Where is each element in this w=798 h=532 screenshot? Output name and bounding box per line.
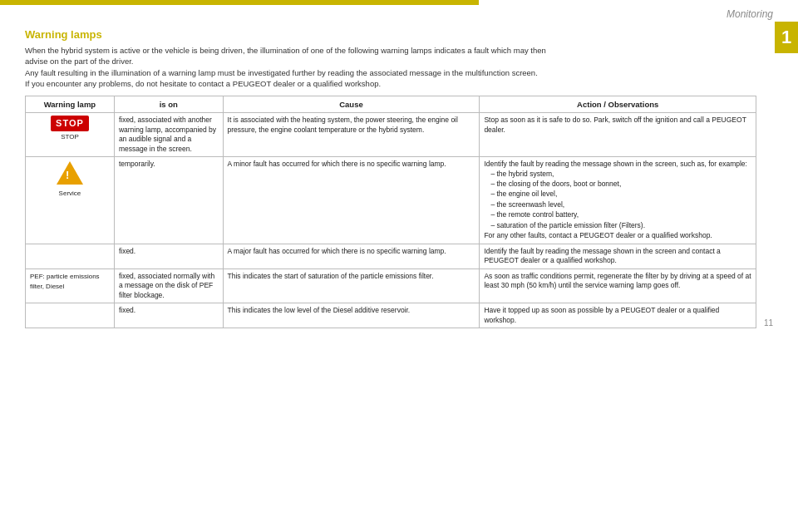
ison-cell-1: temporarily. (114, 157, 223, 244)
cause-cell-4: This indicates the low level of the Dies… (223, 303, 480, 328)
ison-cell-0: fixed, associated with another warning l… (114, 113, 223, 157)
cause-cell-2: A major fault has occurred for which the… (223, 244, 480, 268)
table-row: PEF: particle emissions filter, Diesel f… (26, 268, 756, 303)
col-header-cause: Cause (223, 96, 480, 113)
lamp-name-stop: STOP (30, 133, 110, 142)
action-cell-2: Identify the fault by reading the messag… (480, 244, 756, 268)
cause-cell-3: This indicates the start of saturation o… (223, 268, 480, 303)
table-row: fixed. A major fault has occurred for wh… (26, 244, 756, 268)
lamp-name-pef: PEF: particle emissions filter, Diesel (30, 273, 100, 290)
page-header: Monitoring (0, 5, 798, 22)
section-title: Warning lamps (25, 28, 756, 41)
ison-cell-3: fixed, associated normally with a messag… (114, 268, 223, 303)
action-cell-1: Identify the fault by reading the messag… (480, 157, 756, 244)
action-cell-4: Have it topped up as soon as possible by… (480, 303, 756, 328)
page-number: 11 (764, 318, 773, 328)
cause-cell-0: It is associated with the heating system… (223, 113, 480, 157)
intro-paragraph: When the hybrid system is active or the … (25, 45, 756, 89)
ison-cell-2: fixed. (114, 244, 223, 268)
action-cell-3: As soon as traffic conditions permit, re… (480, 268, 756, 303)
main-content: Warning lamps When the hybrid system is … (0, 22, 798, 332)
ison-cell-4: fixed. (114, 303, 223, 328)
table-row: STOP STOP fixed, associated with another… (26, 113, 756, 157)
col-header-warning: Warning lamp (26, 96, 115, 113)
table-row: Service temporarily. A minor fault has o… (26, 157, 756, 244)
header-title: Monitoring (727, 8, 773, 20)
table-row: fixed. This indicates the low level of t… (26, 303, 756, 328)
col-header-action: Action / Observations (480, 96, 756, 113)
stop-badge: STOP (51, 116, 89, 131)
cause-cell-1: A minor fault has occurred for which the… (223, 157, 480, 244)
lamp-cell-empty-1 (26, 244, 115, 268)
lamp-cell-stop: STOP STOP (26, 113, 115, 157)
lamp-cell-empty-2 (26, 303, 115, 328)
action-list-service: the hybrid system, the closing of the do… (484, 170, 751, 231)
lamp-name-service: Service (59, 190, 81, 199)
lamp-cell-pef: PEF: particle emissions filter, Diesel (26, 268, 115, 303)
warning-triangle-icon (57, 161, 83, 185)
lamp-cell-service: Service (26, 157, 115, 244)
action-cell-0: Stop as soon as it is safe to do so. Par… (480, 113, 756, 157)
warning-lamp-table: Warning lamp is on Cause Action / Observ… (25, 96, 756, 328)
col-header-ison: is on (114, 96, 223, 113)
